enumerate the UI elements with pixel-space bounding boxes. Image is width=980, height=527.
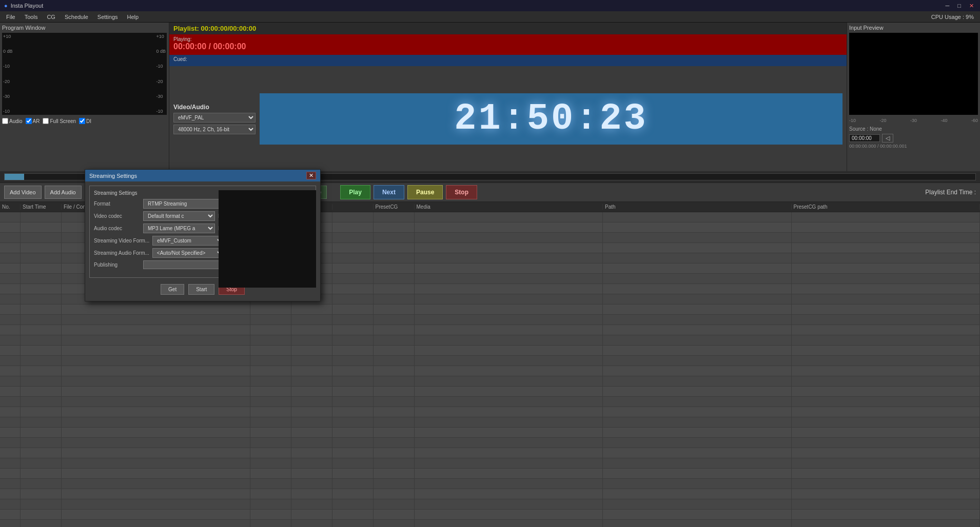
table-cell [0,387,21,396]
table-row[interactable] [0,325,980,335]
table-row[interactable] [0,376,980,387]
table-row[interactable] [0,489,980,499]
table-cell [62,499,250,509]
table-cell [250,520,291,527]
table-cell [62,335,250,345]
video-codec-select[interactable]: Default format c [143,211,215,221]
table-cell [332,233,374,242]
table-row[interactable] [0,458,980,469]
table-row[interactable] [0,469,980,479]
table-cell [792,387,981,396]
table-row[interactable] [0,417,980,428]
streaming-audio-format-label: Streaming Audio Form... [94,250,149,256]
pause-button[interactable]: Pause [407,185,443,199]
maximize-button[interactable]: □ [955,3,963,9]
table-row[interactable] [0,448,980,458]
table-cell [415,243,603,253]
table-cell [21,520,62,527]
table-cell [792,510,981,519]
table-cell [62,428,250,437]
table-row[interactable] [0,438,980,448]
menu-schedule[interactable]: Schedule [61,13,92,21]
table-row[interactable] [0,499,980,510]
table-row[interactable] [0,397,980,407]
di-checkbox[interactable] [79,118,85,124]
menu-tools[interactable]: Tools [21,13,42,21]
di-checkbox-label[interactable]: DI [79,118,91,124]
streaming-video-format-select[interactable]: eMVF_Custom [152,236,224,246]
table-cell [291,397,332,407]
table-cell [291,448,332,458]
table-row[interactable] [0,428,980,438]
table-row[interactable] [0,356,980,366]
nav-prev-button[interactable]: ◁ [882,134,893,143]
audio-codec-select[interactable]: MP3 Lame (MPEG a [143,224,215,233]
table-cell [0,479,21,489]
add-audio-button[interactable]: Add Audio [45,186,82,199]
table-cell [415,499,603,509]
table-row[interactable] [0,366,980,376]
table-cell [792,448,981,458]
table-cell [332,438,374,448]
table-row[interactable] [0,479,980,489]
table-cell [332,325,374,335]
minimize-button[interactable]: ─ [944,3,952,9]
table-cell [603,335,792,345]
table-cell [374,387,415,396]
fullscreen-checkbox[interactable] [43,118,49,124]
table-cell [603,448,792,458]
col-5 [332,204,374,210]
table-cell [792,458,981,468]
streaming-audio-format-select[interactable]: <Auto/Not Specified> [152,248,224,258]
table-row[interactable] [0,510,980,520]
fullscreen-checkbox-label[interactable]: Full Screen [43,118,76,124]
audio-checkbox[interactable] [2,118,8,124]
close-button[interactable]: ✕ [967,3,976,9]
menu-cg[interactable]: CG [43,13,60,21]
time-input-display: 00:00:00 [849,134,880,142]
video-format-select[interactable]: eMVF_PAL [173,113,256,123]
add-video-button[interactable]: Add Video [4,186,42,199]
table-cell [21,335,62,345]
table-cell [250,346,291,355]
table-cell [0,325,21,335]
table-cell [415,469,603,478]
table-cell [603,387,792,396]
table-cell [792,294,981,304]
table-row[interactable] [0,335,980,346]
table-row[interactable] [0,346,980,356]
table-cell [603,233,792,242]
audio-format-select[interactable]: 48000 Hz, 2 Ch, 16-bit [173,125,256,134]
table-cell [415,356,603,366]
table-cell [792,253,981,263]
play-button[interactable]: Play [340,185,370,199]
table-row[interactable] [0,407,980,417]
next-button[interactable]: Next [374,185,404,199]
col-media: Media [415,204,603,210]
stop-button[interactable]: Stop [446,185,477,199]
ar-checkbox[interactable] [26,118,32,124]
menu-file[interactable]: File [2,13,19,21]
table-cell [374,397,415,407]
table-cell [332,315,374,325]
audio-checkbox-label[interactable]: Audio [2,118,23,124]
table-row[interactable] [0,387,980,397]
table-row[interactable] [0,305,980,315]
table-row[interactable] [0,520,980,527]
table-cell [792,264,981,273]
table-row[interactable] [0,315,980,325]
cpu-usage: CPU Usage : 9% [931,14,978,20]
table-cell [0,397,21,407]
streaming-dialog[interactable]: Streaming Settings ✕ Streaming Settings … [85,169,321,301]
menu-settings[interactable]: Settings [93,13,122,21]
get-button[interactable]: Get [161,284,184,295]
table-cell [792,489,981,499]
table-cell [250,428,291,437]
table-cell [250,387,291,396]
table-cell [415,325,603,335]
ar-checkbox-label[interactable]: AR [26,118,40,124]
start-button[interactable]: Start [188,284,214,295]
menu-help[interactable]: Help [123,13,143,21]
table-cell [792,325,981,335]
dialog-close-button[interactable]: ✕ [306,172,316,179]
